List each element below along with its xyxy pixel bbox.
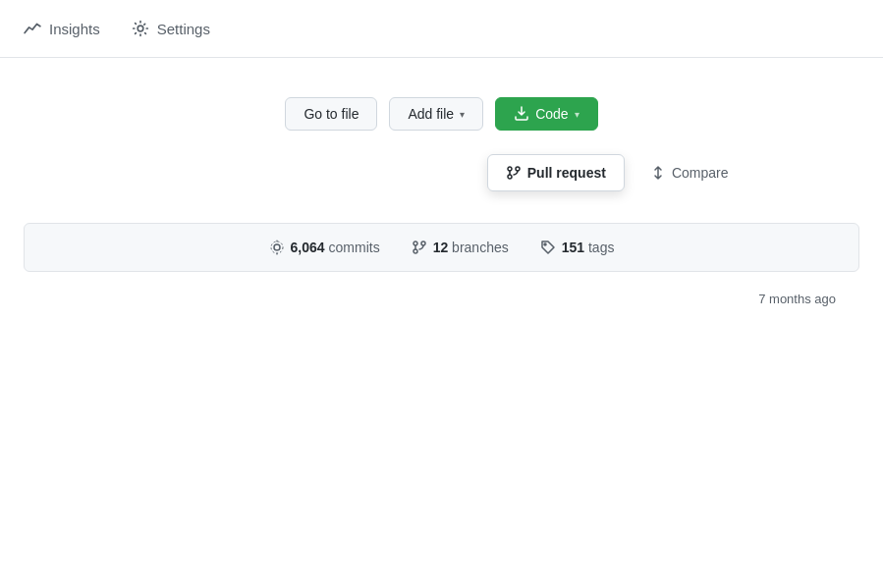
add-file-chevron-icon: ▾ [460, 109, 465, 120]
commits-label: commits [329, 240, 380, 255]
settings-icon [132, 20, 149, 37]
pull-request-button[interactable]: Pull request [487, 154, 625, 191]
goto-file-label: Go to file [304, 106, 359, 122]
pull-request-icon [506, 165, 522, 181]
code-button[interactable]: Code ▾ [495, 97, 597, 131]
compare-label: Compare [672, 165, 729, 181]
nav-item-settings[interactable]: Settings [132, 16, 210, 41]
svg-point-4 [274, 244, 280, 250]
pull-request-label: Pull request [527, 165, 606, 181]
tags-label: tags [588, 240, 614, 255]
commits-count: 6,064 [291, 240, 325, 255]
code-chevron-icon: ▾ [575, 109, 579, 120]
branches-label: branches [452, 240, 509, 255]
svg-point-9 [544, 243, 546, 245]
svg-point-0 [138, 26, 143, 31]
tags-count: 151 [562, 240, 584, 255]
compare-button[interactable]: Compare [633, 155, 746, 190]
insights-label: Insights [49, 21, 100, 37]
svg-point-5 [271, 241, 283, 253]
download-icon [514, 106, 529, 122]
tags-stat[interactable]: 151 tags [540, 240, 615, 255]
stats-bar: 6,064 commits 12 branches 151 tags [24, 223, 859, 272]
goto-file-button[interactable]: Go to file [285, 97, 377, 131]
add-file-button[interactable]: Add file ▾ [389, 97, 483, 131]
commits-icon [269, 240, 285, 255]
top-nav: Insights Settings [0, 0, 883, 58]
insights-icon [24, 20, 41, 37]
branches-icon [412, 240, 427, 255]
branches-count: 12 [433, 240, 449, 255]
branches-stat[interactable]: 12 branches [412, 240, 509, 255]
tags-icon [540, 240, 556, 255]
commits-stat[interactable]: 6,064 commits [269, 240, 380, 255]
timestamp-area: 7 months ago [0, 280, 883, 318]
dropdown-area: Pull request Compare [0, 154, 883, 215]
timestamp-label: 7 months ago [758, 292, 836, 306]
code-label: Code [535, 106, 568, 122]
actions-area: Go to file Add file ▾ Code ▾ [0, 58, 883, 154]
compare-icon [650, 165, 666, 181]
settings-label: Settings [157, 21, 210, 37]
add-file-label: Add file [408, 106, 454, 122]
nav-item-insights[interactable]: Insights [24, 16, 100, 41]
